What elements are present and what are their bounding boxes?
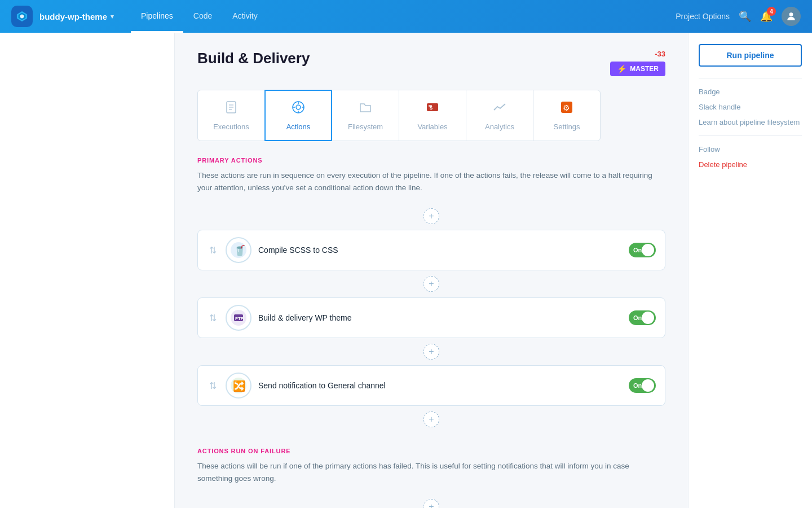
svg-text:⚙: ⚙ — [563, 103, 570, 112]
toggle-action-1[interactable]: On — [629, 243, 656, 257]
failure-section-desc: These actions will be run if one of the … — [197, 460, 665, 484]
commit-count: -33 — [655, 50, 665, 58]
tabs-bar: Executions Actions Filesystem $ Variable… — [197, 90, 665, 141]
topnav-right: Project Options 🔍 🔔 4 — [676, 7, 801, 26]
learn-filesystem-link[interactable]: Learn about pipeline filesystem — [699, 118, 802, 126]
run-pipeline-button[interactable]: Run pipeline — [699, 44, 802, 67]
toggle-action-2[interactable]: On — [629, 310, 656, 325]
nav-links: Pipelines Code Activity — [131, 0, 676, 33]
page-title: Build & Delivery — [197, 50, 310, 67]
svg-point-3 — [789, 12, 793, 16]
primary-action-list: + ⇅ 🥤 Compile SCSS to CSS On + ⇅ — [197, 205, 665, 431]
settings-icon: ⚙ — [559, 100, 574, 118]
divider — [699, 78, 802, 78]
drag-handle-icon[interactable]: ⇅ — [207, 313, 219, 323]
failure-section-label: ACTIONS RUN ON FAILURE — [197, 448, 665, 454]
toggle-knob — [642, 379, 654, 392]
brand-name[interactable]: buddy-wp-theme ▾ — [39, 12, 114, 21]
toggle-knob — [642, 244, 654, 256]
notifications-button[interactable]: 🔔 4 — [760, 10, 773, 23]
sidebar-right: Run pipeline Badge Slack handle Learn ab… — [688, 33, 812, 508]
drag-handle-icon[interactable]: ⇅ — [207, 380, 219, 391]
search-icon[interactable]: 🔍 — [739, 10, 751, 23]
toggle-knob — [642, 312, 654, 324]
svg-text:🥤: 🥤 — [233, 244, 246, 257]
main-content: Build & Delivery -33 ⚡ MASTER Executions — [175, 33, 688, 508]
delete-pipeline-link[interactable]: Delete pipeline — [699, 160, 802, 169]
layout: Build & Delivery -33 ⚡ MASTER Executions — [0, 33, 812, 508]
project-options-link[interactable]: Project Options — [676, 12, 730, 21]
sidebar-left — [0, 33, 175, 508]
tab-executions[interactable]: Executions — [197, 90, 265, 141]
failure-actions-section: ACTIONS RUN ON FAILURE These actions wil… — [197, 448, 665, 508]
failure-action-list: + ⇅ 🔀 Send notification to QA channel On — [197, 496, 665, 508]
add-action-button-2[interactable]: + — [423, 276, 439, 292]
filesystem-icon — [358, 100, 373, 118]
badge-link[interactable]: Badge — [699, 87, 802, 96]
tab-variables-label: Variables — [417, 122, 447, 131]
page-header: Build & Delivery -33 ⚡ MASTER — [197, 50, 665, 76]
tab-filesystem[interactable]: Filesystem — [332, 90, 399, 141]
nav-code[interactable]: Code — [183, 0, 222, 33]
tab-settings-label: Settings — [554, 122, 580, 131]
action-icon-slack-general: 🔀 — [226, 373, 251, 398]
primary-section-desc: These actions are run in sequence on eve… — [197, 169, 665, 194]
variables-icon: $ — [425, 100, 440, 118]
svg-rect-16 — [429, 105, 432, 107]
tab-variables[interactable]: $ Variables — [399, 90, 466, 141]
add-action-button-bottom[interactable]: + — [423, 411, 439, 427]
branch-badge: ⚡ MASTER — [610, 62, 665, 76]
svg-text:🔀: 🔀 — [233, 380, 246, 392]
analytics-icon — [492, 100, 507, 118]
slack-handle-link[interactable]: Slack handle — [699, 103, 802, 111]
header-right: -33 ⚡ MASTER — [610, 50, 665, 76]
branch-name: MASTER — [630, 65, 659, 73]
follow-link[interactable]: Follow — [699, 145, 802, 154]
tab-actions-label: Actions — [286, 122, 311, 131]
add-action-button-top[interactable]: + — [423, 208, 439, 224]
svg-text:FTP: FTP — [235, 316, 244, 321]
toggle-action-3[interactable]: On — [629, 378, 656, 393]
tab-filesystem-label: Filesystem — [348, 122, 383, 131]
branch-icon: ⚡ — [617, 64, 626, 73]
action-row: ⇅ FTP Build & delivery WP theme On — [197, 297, 665, 338]
action-icon-build: FTP — [226, 305, 251, 331]
actions-icon — [291, 100, 306, 118]
action-row: ⇅ 🥤 Compile SCSS to CSS On — [197, 230, 665, 270]
brand-chevron-icon: ▾ — [111, 13, 114, 20]
tab-settings[interactable]: ⚙ Settings — [533, 90, 601, 141]
nav-pipelines[interactable]: Pipelines — [131, 0, 183, 33]
action-icon-compile: 🥤 — [226, 237, 251, 263]
add-action-button-3[interactable]: + — [423, 344, 439, 360]
notification-badge: 4 — [767, 7, 776, 16]
divider — [699, 135, 802, 136]
primary-section-label: PRIMARY ACTIONS — [197, 157, 665, 164]
logo[interactable] — [11, 6, 33, 27]
tab-analytics[interactable]: Analytics — [466, 90, 533, 141]
tab-analytics-label: Analytics — [485, 122, 514, 131]
primary-actions-section: PRIMARY ACTIONS These actions are run in… — [197, 157, 665, 431]
action-name: Send notification to General channel — [258, 381, 622, 390]
action-row: ⇅ 🔀 Send notification to General channel… — [197, 365, 665, 406]
action-name: Build & delivery WP theme — [258, 313, 622, 322]
tab-actions[interactable]: Actions — [264, 90, 332, 141]
drag-handle-icon[interactable]: ⇅ — [207, 245, 219, 256]
svg-point-9 — [296, 105, 301, 110]
tab-executions-label: Executions — [213, 122, 249, 131]
action-name: Compile SCSS to CSS — [258, 246, 622, 255]
topnav: buddy-wp-theme ▾ Pipelines Code Activity… — [0, 0, 812, 33]
executions-icon — [224, 100, 239, 118]
add-failure-action-top[interactable]: + — [423, 499, 439, 508]
nav-activity[interactable]: Activity — [222, 0, 267, 33]
avatar[interactable] — [782, 7, 801, 26]
